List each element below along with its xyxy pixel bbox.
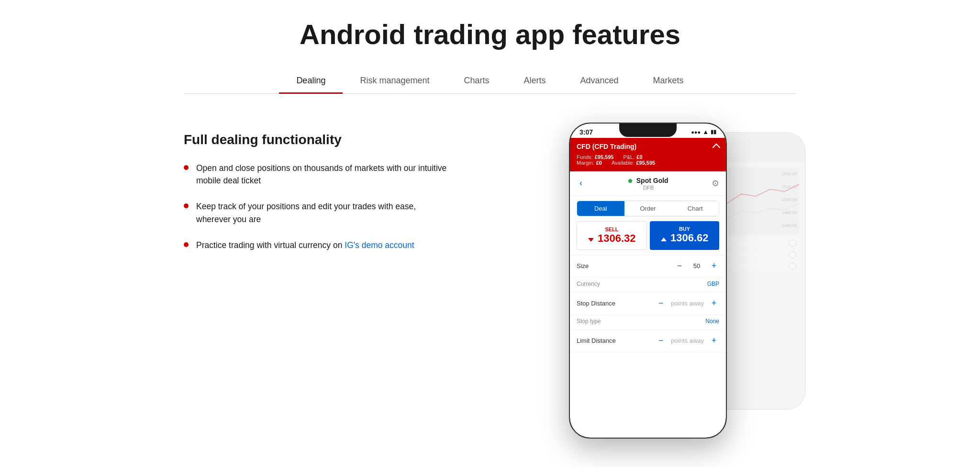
app-header-info: Funds: £95,595 P&L: £0 bbox=[577, 154, 719, 160]
stop-type-label: Stop type bbox=[577, 318, 601, 325]
battery-icon: ▮▮ bbox=[711, 129, 716, 135]
instrument-name-row: Spot Gold bbox=[628, 176, 668, 185]
form-rows: Size − 50 + Currency GBP bbox=[570, 255, 726, 352]
tab-alerts[interactable]: Alerts bbox=[507, 69, 563, 94]
bullet-text-3: Practice trading with virtual currency o… bbox=[196, 239, 414, 251]
buy-price: 1306.62 bbox=[670, 232, 709, 244]
buy-button[interactable]: BUY 1306.62 bbox=[650, 221, 719, 250]
status-time: 3:07 bbox=[579, 128, 593, 136]
stop-distance-controls: − points away + bbox=[656, 298, 719, 309]
sell-button[interactable]: SELL 1306.32 bbox=[577, 221, 647, 250]
phone-notch bbox=[619, 124, 677, 137]
sell-price-row: 1306.32 bbox=[581, 232, 643, 245]
stop-plus-button[interactable]: + bbox=[709, 298, 719, 309]
chevron-up-icon bbox=[713, 143, 721, 151]
funds-info: Funds: £95,595 bbox=[577, 154, 613, 160]
tab-advanced[interactable]: Advanced bbox=[563, 69, 636, 94]
status-icons: ●●● ▲ ▮▮ bbox=[691, 128, 716, 135]
settings-icon[interactable]: ⚙ bbox=[712, 178, 719, 189]
currency-label: Currency bbox=[577, 281, 600, 287]
margin-label: Margin: bbox=[577, 160, 594, 166]
bullet-dot bbox=[184, 165, 189, 170]
limit-distance-controls: − points away + bbox=[656, 336, 719, 346]
size-row: Size − 50 + bbox=[570, 255, 726, 278]
wifi-icon: ▲ bbox=[702, 128, 709, 135]
buy-price-row: 1306.62 bbox=[654, 232, 715, 244]
tab-risk-management[interactable]: Risk management bbox=[343, 69, 446, 94]
stop-type-value: None bbox=[705, 318, 719, 325]
buy-sell-area: SELL 1306.32 BUY 1306.62 bbox=[577, 221, 719, 250]
back-button[interactable]: ‹ bbox=[577, 179, 585, 188]
stop-distance-label: Stop Distance bbox=[577, 300, 615, 307]
list-item: Open and close positions on thousands of… bbox=[184, 162, 452, 187]
stop-distance-row: Stop Distance − points away + bbox=[570, 293, 726, 315]
list-item: Keep track of your positions and edit yo… bbox=[184, 200, 452, 226]
stop-minus-button[interactable]: − bbox=[656, 298, 666, 309]
limit-distance-value: points away bbox=[671, 337, 704, 344]
instrument-header: ‹ Spot Gold DFB ⚙ bbox=[570, 171, 726, 196]
available-value: £95,595 bbox=[636, 160, 655, 166]
tab-charts[interactable]: Charts bbox=[447, 69, 507, 94]
stop-distance-value: points away bbox=[671, 300, 704, 307]
buy-arrow-icon bbox=[661, 237, 667, 241]
app-header: CFD (CFD Trading) Funds: £95,595 P&L: £0 bbox=[570, 138, 726, 171]
tab-dealing[interactable]: Dealing bbox=[279, 69, 343, 94]
currency-row: Currency GBP bbox=[570, 278, 726, 293]
margin-value: £0 bbox=[596, 160, 602, 166]
phones-area: 1520.00 1510.00 1500.00 1490.00 1480.00 bbox=[480, 123, 796, 439]
sell-label: SELL bbox=[581, 226, 643, 232]
text-area: Full dealing functionality Open and clos… bbox=[184, 123, 452, 251]
main-content: Full dealing functionality Open and clos… bbox=[184, 123, 796, 439]
tab-chart[interactable]: Chart bbox=[671, 201, 719, 216]
margin-info: Margin: £0 bbox=[577, 160, 602, 166]
page-title: Android trading app features bbox=[184, 19, 796, 50]
phone-screen: 3:07 ●●● ▲ ▮▮ CFD (CFD Trading) bbox=[570, 124, 726, 438]
size-controls: − 50 + bbox=[674, 261, 719, 271]
bullet-text-1: Open and close positions on thousands of… bbox=[196, 162, 452, 187]
size-label: Size bbox=[577, 262, 589, 270]
app-header-title: CFD (CFD Trading) bbox=[577, 143, 719, 150]
buy-label: BUY bbox=[654, 226, 715, 232]
funds-value: £95,595 bbox=[595, 154, 614, 160]
pl-label: P&L: bbox=[623, 154, 635, 160]
limit-minus-button[interactable]: − bbox=[656, 336, 666, 346]
size-plus-button[interactable]: + bbox=[709, 261, 719, 271]
bullet-text-2: Keep track of your positions and edit yo… bbox=[196, 200, 452, 226]
limit-distance-row: Limit Distance − points away + bbox=[570, 330, 726, 352]
available-info: Available: £95,595 bbox=[612, 160, 655, 166]
tab-markets[interactable]: Markets bbox=[636, 69, 701, 94]
app-header-title-text: CFD (CFD Trading) bbox=[577, 143, 636, 150]
tab-order[interactable]: Order bbox=[624, 201, 672, 216]
available-label: Available: bbox=[612, 160, 635, 166]
size-value: 50 bbox=[690, 262, 704, 270]
deal-tabs: Deal Order Chart bbox=[577, 201, 719, 216]
funds-label: Funds: bbox=[577, 154, 593, 160]
tab-deal[interactable]: Deal bbox=[577, 201, 624, 216]
limit-distance-label: Limit Distance bbox=[577, 337, 616, 344]
bullet-text-before: Practice trading with virtual currency o… bbox=[196, 240, 345, 250]
currency-value: GBP bbox=[707, 281, 719, 287]
sell-price: 1306.32 bbox=[598, 232, 636, 244]
bullet-dot bbox=[184, 242, 189, 247]
phone-main: 3:07 ●●● ▲ ▮▮ CFD (CFD Trading) bbox=[569, 123, 727, 439]
instrument-name-wrap: Spot Gold DFB bbox=[628, 176, 668, 191]
pl-value: £0 bbox=[636, 154, 642, 160]
bullet-list: Open and close positions on thousands of… bbox=[184, 162, 452, 251]
stop-type-row: Stop type None bbox=[570, 315, 726, 330]
sell-arrow-icon bbox=[588, 238, 594, 242]
signal-icon: ●●● bbox=[691, 129, 701, 135]
demo-account-link[interactable]: IG's demo account bbox=[345, 240, 414, 250]
instrument-name: Spot Gold bbox=[636, 177, 668, 184]
size-minus-button[interactable]: − bbox=[674, 261, 685, 271]
list-item: Practice trading with virtual currency o… bbox=[184, 239, 452, 251]
app-header-info-row2: Margin: £0 Available: £95,595 bbox=[577, 160, 719, 166]
pl-info: P&L: £0 bbox=[623, 154, 642, 160]
instrument-status-dot bbox=[628, 179, 632, 183]
section-title: Full dealing functionality bbox=[184, 132, 452, 147]
nav-tabs: Dealing Risk management Charts Alerts Ad… bbox=[184, 69, 796, 94]
instrument-type: DFB bbox=[628, 185, 668, 191]
limit-plus-button[interactable]: + bbox=[709, 336, 719, 346]
bullet-dot bbox=[184, 203, 189, 208]
